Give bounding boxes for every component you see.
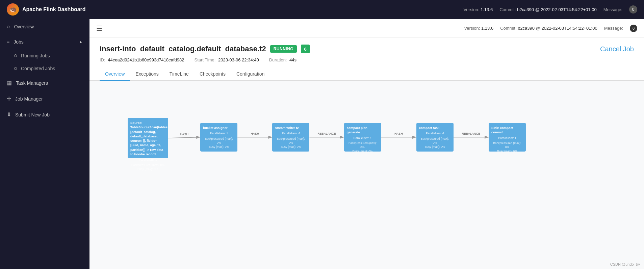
hamburger-icon[interactable]: ☰ bbox=[96, 24, 102, 32]
connector-label-node2-node3: HASH bbox=[251, 132, 259, 135]
submit-label: Submit New Job bbox=[15, 112, 50, 117]
top-bar: 🦔 Apache Flink Dashboard Version: 1.13.6… bbox=[0, 0, 644, 19]
node-node4[interactable]: compact plan generateParallelism: 1Backp… bbox=[344, 123, 381, 152]
connector-label-node5-node6: REBALANCE bbox=[462, 132, 481, 135]
sidebar-item-overview[interactable]: ○ Overview bbox=[0, 19, 89, 34]
job-manager-label: Job Manager bbox=[15, 96, 43, 102]
sidebar-item-completed-jobs[interactable]: Completed Jobs bbox=[3, 62, 89, 75]
job-meta: ID: 44cea2d9241b1b60e993d7418cafd982 Sta… bbox=[100, 57, 634, 62]
node-stats-node4: Backpressured (max): 0% Busy (max): 0% bbox=[347, 141, 379, 154]
node-title-node1: Source: TableSourceScan(table=[default_c… bbox=[130, 120, 165, 156]
node-para-node4: Parallelism: 1 bbox=[347, 136, 379, 140]
node-stats-node1: Backpressured (max): 0% Busy (max): N/A bbox=[130, 163, 165, 171]
content-commit: Commit: b2ca390 @ 2022-02-03T14:54:22+01… bbox=[500, 26, 597, 31]
node-para-node1: Parallelism: 1 bbox=[130, 158, 165, 162]
sidebar-item-submit-new-job[interactable]: ⬇ Submit New Job bbox=[0, 107, 89, 123]
completed-jobs-label: Completed Jobs bbox=[21, 66, 55, 71]
parallelism-badge: 6 bbox=[301, 45, 310, 53]
watermark: CSDN @undo_try bbox=[610, 262, 640, 266]
overview-icon: ○ bbox=[7, 24, 10, 30]
sidebar-item-label: Overview bbox=[14, 24, 34, 29]
node-title-node2: bucket assigner bbox=[203, 126, 235, 130]
running-jobs-dot-icon bbox=[14, 54, 17, 57]
job-id: ID: 44cea2d9241b1b60e993d7418cafd982 bbox=[100, 57, 184, 62]
job-duration: Duration: 44s bbox=[269, 57, 297, 62]
connector-label-node1-node2: HASH bbox=[180, 133, 188, 136]
sidebar-item-task-managers[interactable]: ▦ Task Managers bbox=[0, 75, 89, 91]
task-managers-icon: ▦ bbox=[7, 80, 12, 86]
job-start-time: Start Time: 2023-03-06 22:34:40 bbox=[195, 57, 259, 62]
tabs-bar: Overview Exceptions TimeLine Checkpoints… bbox=[89, 68, 644, 81]
node-title-node3: stream write: t2 bbox=[275, 126, 307, 130]
node-para-node2: Parallelism: 1 bbox=[203, 131, 235, 136]
main-layout: ○ Overview ≡ Jobs ▲ Running Jobs Complet… bbox=[0, 19, 644, 269]
content-version-info: Version: 1.13.6 Commit: b2ca390 @ 2022-0… bbox=[464, 25, 637, 32]
node-node1[interactable]: Source: TableSourceScan(table=[default_c… bbox=[128, 118, 168, 158]
connector-label-node4-node5: HASH bbox=[394, 132, 403, 135]
content-area: ☰ Version: 1.13.6 Commit: b2ca390 @ 2022… bbox=[89, 19, 644, 269]
node-stats-node5: Backpressured (max): 0% Busy (max): 0% bbox=[419, 137, 451, 149]
node-title-node5: compact task bbox=[419, 126, 451, 130]
node-node6[interactable]: Sink: compact commitParallelism: 1Backpr… bbox=[489, 123, 526, 152]
job-header: insert-into_default_catalog.default_data… bbox=[89, 38, 644, 68]
node-node2[interactable]: bucket assignerParallelism: 1Backpressur… bbox=[200, 123, 237, 152]
cancel-job-button[interactable]: Cancel Job bbox=[600, 45, 634, 53]
task-managers-label: Task Managers bbox=[16, 80, 48, 86]
logo-icon: 🦔 bbox=[7, 3, 19, 16]
sidebar: ○ Overview ≡ Jobs ▲ Running Jobs Complet… bbox=[0, 19, 89, 269]
node-stats-node3: Backpressured (max): 0% Busy (max): 0% bbox=[275, 137, 307, 149]
app-logo: 🦔 Apache Flink Dashboard bbox=[7, 3, 86, 16]
jobs-icon: ≡ bbox=[7, 39, 9, 45]
running-status-badge: RUNNING bbox=[270, 45, 297, 53]
node-para-node5: Parallelism: 4 bbox=[419, 131, 451, 136]
tab-timeline[interactable]: TimeLine bbox=[164, 68, 194, 81]
commit-info: Commit: b2ca390 @ 2022-02-03T14:54:22+01… bbox=[499, 7, 596, 12]
node-stats-node2: Backpressured (max): 0% Busy (max): 0% bbox=[203, 137, 235, 149]
version-label: Version: 1.13.6 bbox=[463, 7, 493, 12]
content-version: Version: 1.13.6 bbox=[464, 26, 493, 31]
message-info: Message: bbox=[603, 7, 622, 12]
graph-canvas: HASHHASHREBALANCEHASHREBALANCESource: Ta… bbox=[89, 91, 630, 226]
svg-line-1 bbox=[168, 137, 200, 138]
job-title-row: insert-into_default_catalog.default_data… bbox=[100, 45, 634, 53]
node-node3[interactable]: stream write: t2Parallelism: 4Backpressu… bbox=[272, 123, 309, 152]
content-top-bar: ☰ Version: 1.13.6 Commit: b2ca390 @ 2022… bbox=[89, 19, 644, 38]
node-node5[interactable]: compact taskParallelism: 4Backpressured … bbox=[416, 123, 454, 152]
node-title-node4: compact plan generate bbox=[347, 126, 379, 135]
chevron-up-icon: ▲ bbox=[79, 39, 83, 44]
submit-icon: ⬇ bbox=[7, 111, 11, 118]
running-jobs-label: Running Jobs bbox=[21, 53, 50, 58]
sidebar-item-running-jobs[interactable]: Running Jobs bbox=[3, 49, 89, 62]
message-badge: 0 bbox=[629, 5, 637, 14]
tab-checkpoints[interactable]: Checkpoints bbox=[194, 68, 231, 81]
tab-overview[interactable]: Overview bbox=[100, 68, 130, 81]
tab-exceptions[interactable]: Exceptions bbox=[130, 68, 164, 81]
job-title: insert-into_default_catalog.default_data… bbox=[100, 45, 266, 53]
tab-configuration[interactable]: Configuration bbox=[231, 68, 270, 81]
content-message-badge: 0 bbox=[630, 25, 637, 32]
node-para-node6: Parallelism: 1 bbox=[491, 136, 523, 140]
node-stats-node6: Backpressured (max): 0% Busy (max): 0% bbox=[491, 141, 523, 154]
job-manager-icon: ✛ bbox=[7, 96, 11, 102]
content-message: Message: bbox=[604, 26, 623, 31]
sidebar-item-job-manager[interactable]: ✛ Job Manager bbox=[0, 91, 89, 107]
connector-label-node3-node4: REBALANCE bbox=[317, 132, 336, 135]
app-name: Apache Flink Dashboard bbox=[22, 6, 86, 12]
jobs-sub-menu: Running Jobs Completed Jobs bbox=[0, 49, 89, 75]
graph-area: HASHHASHREBALANCEHASHREBALANCESource: Ta… bbox=[89, 81, 644, 269]
node-title-node6: Sink: compact commit bbox=[491, 126, 523, 135]
top-bar-info: Version: 1.13.6 Commit: b2ca390 @ 2022-0… bbox=[463, 5, 637, 14]
node-para-node3: Parallelism: 4 bbox=[275, 131, 307, 136]
sidebar-jobs-label: Jobs bbox=[14, 39, 24, 45]
sidebar-item-jobs[interactable]: ≡ Jobs ▲ bbox=[0, 34, 89, 49]
completed-jobs-dot-icon bbox=[14, 67, 17, 70]
